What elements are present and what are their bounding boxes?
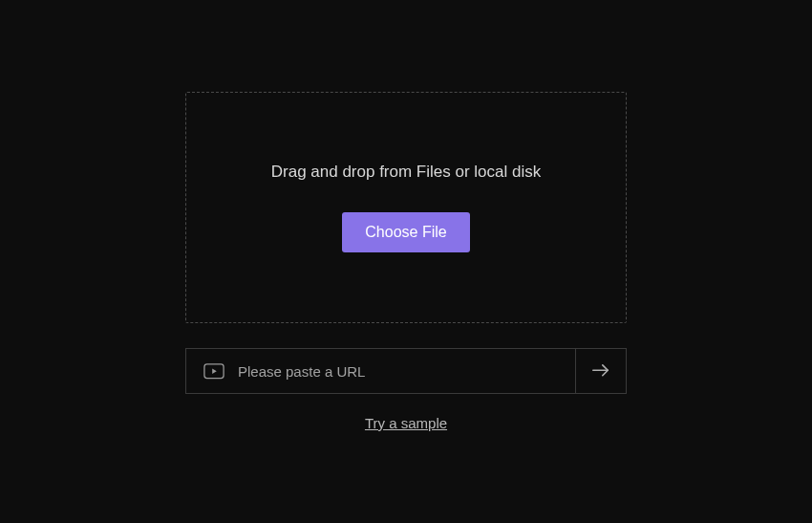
try-sample-link[interactable]: Try a sample: [365, 415, 447, 431]
url-input[interactable]: [238, 363, 558, 380]
choose-file-button[interactable]: Choose File: [342, 212, 469, 252]
dropzone-instruction: Drag and drop from Files or local disk: [271, 163, 542, 182]
video-icon: [203, 363, 224, 379]
file-dropzone[interactable]: Drag and drop from Files or local disk C…: [185, 92, 627, 323]
url-input-wrapper: [185, 348, 575, 394]
submit-url-button[interactable]: [575, 348, 627, 394]
url-input-row: [185, 348, 627, 394]
arrow-right-icon: [591, 363, 610, 379]
